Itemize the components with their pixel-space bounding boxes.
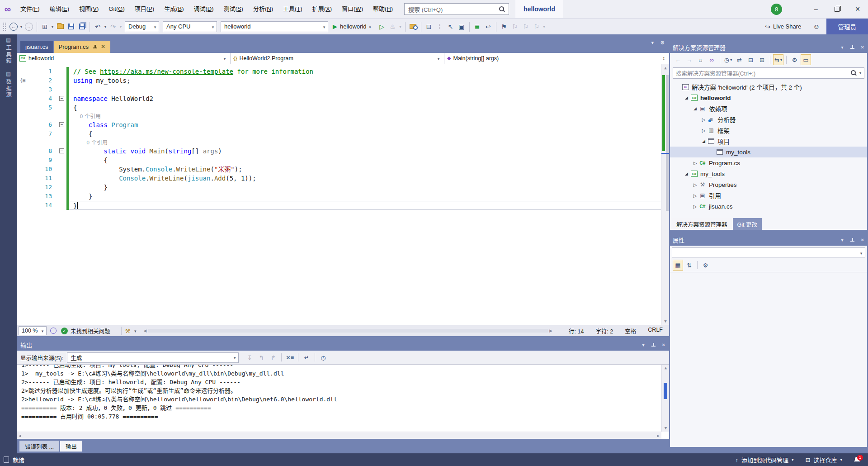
chevron-down-icon[interactable] — [398, 21, 403, 33]
menu-item-b[interactable]: 生成(B) — [159, 0, 189, 18]
breakpoint-margin[interactable] — [17, 129, 28, 138]
minimize-button[interactable]: – — [806, 0, 826, 18]
code-text[interactable]: { — [69, 103, 661, 112]
scroll-down-icon[interactable]: ▼ — [662, 425, 669, 432]
solution-search-input[interactable]: 搜索解决方案资源管理器(Ctrl+;) ▾ — [673, 67, 864, 79]
code-text[interactable] — [69, 85, 661, 94]
breakpoint-margin[interactable] — [17, 147, 28, 156]
breakpoint-margin[interactable] — [17, 85, 28, 94]
menu-item-e[interactable]: 编辑(E) — [45, 0, 74, 18]
chevron-down-icon[interactable] — [19, 21, 24, 33]
menu-item-t[interactable]: 工具(T) — [278, 0, 307, 18]
paste-block-icon[interactable]: ▣ — [456, 21, 467, 33]
tree-item-program-cs[interactable]: ▷C#Program.cs — [670, 157, 867, 168]
back-icon[interactable]: ← — [673, 54, 683, 65]
horizontal-splitter[interactable] — [17, 336, 669, 339]
menu-item-h[interactable]: 帮助(H) — [368, 0, 398, 18]
code-text[interactable]: class Program — [69, 120, 661, 129]
notifications-button[interactable]: 1 — [854, 457, 860, 463]
code-text[interactable]: namespace HelloWorld2 — [69, 94, 661, 103]
save-all-icon[interactable] — [76, 21, 87, 33]
breakpoint-margin[interactable] — [17, 94, 28, 103]
gear-icon[interactable]: ⚙ — [660, 40, 665, 46]
pin-icon[interactable] — [850, 238, 854, 243]
scroll-right-icon[interactable]: ▶ — [549, 328, 552, 333]
scrollbar-thumb[interactable] — [664, 383, 667, 399]
pending-changes-filter-icon[interactable]: ◷▾ — [723, 54, 733, 65]
breakpoint-margin[interactable] — [17, 156, 28, 165]
panel-tab-git-[interactable]: Git 更改 — [733, 218, 762, 230]
line-ending-indicator[interactable]: CRLF — [648, 327, 663, 335]
code-text[interactable]: System.Console.WriteLine("米粥"); — [69, 165, 661, 174]
expanded-arrow-icon[interactable]: ◢ — [700, 139, 707, 143]
toolbar-grip[interactable] — [3, 22, 7, 31]
output-vertical-scrollbar[interactable]: ▲ ▼ — [661, 365, 669, 432]
health-text[interactable]: 未找到相关问题 — [71, 327, 110, 335]
property-pages-icon[interactable]: ⚙ — [700, 260, 711, 271]
alphabetical-icon[interactable]: ⇅ — [684, 260, 694, 271]
tree-item--helloworld-2-2-[interactable]: ∞解决方案 'helloworld' (2 个项目，共 2 个) — [670, 81, 867, 92]
startup-project-combo[interactable]: helloworld — [221, 21, 328, 32]
output-log[interactable]: 1>------ 已启动生成: 项目: my_tools, 配置: Debug … — [17, 364, 669, 439]
type-dropdown[interactable]: {} HelloWorld2.Program — [231, 53, 444, 64]
document-tab-jisuan-cs[interactable]: jisuan.cs — [20, 41, 53, 53]
panel-splitter[interactable] — [669, 230, 868, 234]
live-share-button[interactable]: ↪ Live Share — [760, 23, 807, 30]
scroll-right-icon[interactable]: ▶ — [657, 433, 660, 438]
output-panel-header[interactable]: 输出 ▾ ✕ — [17, 339, 669, 351]
codelens-references[interactable]: 0 个引用 — [69, 138, 661, 147]
tree-item-helloworld[interactable]: ◢C#helloworld — [670, 92, 867, 103]
breakpoint-margin[interactable] — [17, 67, 28, 76]
prev-bookmark-icon[interactable]: ⚐ — [509, 21, 520, 33]
preview-selected-items-icon[interactable]: ▭ — [801, 54, 811, 65]
scroll-down-icon[interactable]: ▼ — [661, 318, 669, 325]
document-list-icon[interactable]: ▾ — [651, 40, 654, 46]
categorized-icon[interactable]: ▦ — [673, 260, 683, 271]
administrator-button[interactable]: 管理员 — [826, 19, 868, 35]
sync-icon[interactable]: ⇄ — [734, 54, 745, 65]
zoom-dropdown[interactable]: 100 % — [19, 326, 47, 335]
code-cleanup-icon[interactable]: ⚒ — [125, 328, 131, 334]
close-icon[interactable]: ✕ — [861, 45, 864, 50]
code-editor[interactable]: 1// See https://aka.ms/new-console-templ… — [17, 64, 669, 325]
menu-item-g[interactable]: Git(G) — [104, 0, 129, 18]
accessibility-icon[interactable] — [50, 328, 57, 334]
project-dropdown[interactable]: C# helloworld — [17, 53, 231, 64]
expanded-arrow-icon[interactable]: ◢ — [683, 171, 690, 176]
start-without-debugging-icon[interactable]: ▷ — [377, 21, 387, 33]
next-bookmark-icon[interactable]: ⚐ — [520, 21, 531, 33]
spaces-indicator[interactable]: 空格 — [625, 327, 636, 335]
code-text[interactable]: } — [69, 183, 661, 192]
tree-item-my_tools[interactable]: ◢C#my_tools — [670, 168, 867, 179]
document-tab-program-cs[interactable]: Program.cs✕ — [54, 41, 111, 53]
start-debugging-button[interactable]: ▶helloworld — [330, 21, 377, 33]
code-text[interactable]: // See https://aka.ms/new-console-templa… — [69, 67, 661, 76]
tree-item--[interactable]: ▷≡分析器 — [670, 114, 867, 125]
account-notification-badge[interactable]: 8 — [771, 4, 782, 15]
codelens-references[interactable]: 0 个引用 — [69, 112, 661, 120]
word-wrap-icon[interactable]: ↵ — [301, 352, 312, 363]
collapse-region-button[interactable]: − — [59, 96, 64, 101]
menu-item-s[interactable]: 测试(S) — [219, 0, 248, 18]
object-selector-dropdown[interactable] — [672, 247, 865, 257]
breakpoint-margin[interactable]: {▣ — [17, 76, 28, 85]
close-icon[interactable]: ✕ — [101, 43, 105, 50]
breakpoint-margin[interactable] — [17, 201, 28, 210]
collapsed-arrow-icon[interactable]: ▷ — [692, 204, 698, 209]
close-icon[interactable]: ✕ — [662, 342, 665, 347]
pin-icon[interactable] — [850, 45, 854, 50]
bookmark-icon[interactable]: ⚑ — [499, 21, 509, 33]
quick-search-input[interactable]: 搜索 (Ctrl+Q) — [404, 3, 509, 15]
home-icon[interactable]: ⌂ — [695, 54, 706, 65]
select-repository-button[interactable]: ⊟ 选择仓库 ▾ — [806, 456, 842, 464]
scrollbar-track[interactable] — [148, 329, 548, 333]
tree-item--[interactable]: ▷▣引用 — [670, 190, 867, 201]
bottom-tab-error-list[interactable]: 错误列表 ... — [19, 441, 59, 452]
bottom-tab-output[interactable]: 输出 — [60, 441, 82, 452]
code-text[interactable]: using my_tools; — [69, 76, 661, 85]
breakpoint-margin[interactable] — [17, 112, 28, 120]
menu-item-p[interactable]: 项目(P) — [130, 0, 159, 18]
editor-horizontal-scrollbar[interactable]: ◀ ▶ — [143, 328, 552, 333]
preview-window-icon[interactable]: ⊟ — [424, 21, 434, 33]
breakpoint-margin[interactable] — [17, 165, 28, 174]
